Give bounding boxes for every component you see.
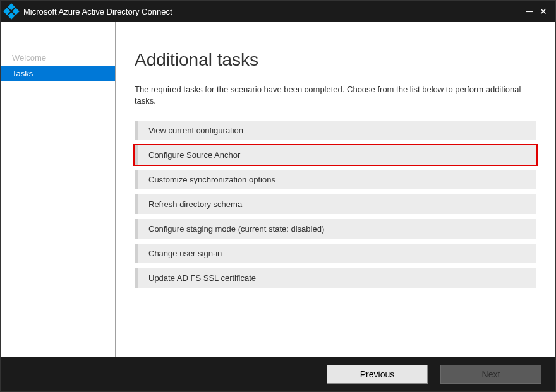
page-title: Additional tasks — [135, 50, 536, 70]
close-button[interactable]: ✕ — [536, 6, 550, 16]
task-configure-source-anchor[interactable]: Configure Source Anchor — [135, 145, 536, 165]
sidebar-item-tasks[interactable]: Tasks — [1, 66, 115, 81]
main-content: Additional tasks The required tasks for … — [116, 22, 555, 357]
task-update-adfs-ssl-certificate[interactable]: Update AD FS SSL certificate — [135, 268, 536, 288]
task-change-user-sign-in[interactable]: Change user sign-in — [135, 244, 536, 263]
task-view-current-configuration[interactable]: View current configuration — [135, 121, 536, 140]
minimize-button[interactable]: ─ — [523, 6, 536, 16]
task-configure-staging-mode[interactable]: Configure staging mode (current state: d… — [135, 219, 536, 239]
task-list: View current configuration Configure Sou… — [135, 121, 536, 288]
sidebar-item-welcome[interactable]: Welcome — [1, 50, 115, 66]
page-description: The required tasks for the scenario have… — [135, 84, 536, 107]
footer-bar: Previous Next — [1, 357, 555, 391]
next-button: Next — [440, 365, 541, 384]
title-bar: Microsoft Azure Active Directory Connect… — [1, 1, 555, 22]
previous-button[interactable]: Previous — [327, 365, 428, 384]
task-customize-synchronization-options[interactable]: Customize synchronization options — [135, 170, 536, 189]
window-title: Microsoft Azure Active Directory Connect — [23, 7, 172, 16]
task-refresh-directory-schema[interactable]: Refresh directory schema — [135, 194, 536, 214]
sidebar: Welcome Tasks — [1, 22, 116, 357]
azure-logo-icon — [3, 3, 19, 19]
body-area: Welcome Tasks Additional tasks The requi… — [1, 22, 555, 357]
